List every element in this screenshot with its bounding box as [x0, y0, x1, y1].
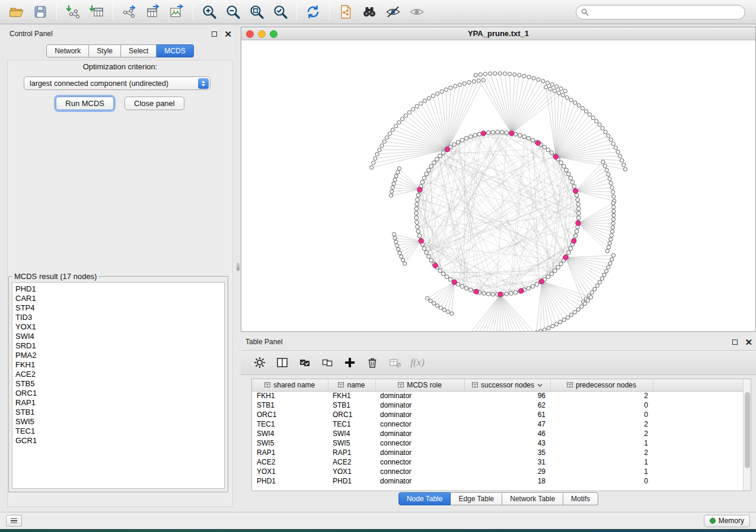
table-cell[interactable]: STB1 [252, 400, 328, 410]
table-cell[interactable]: 47 [464, 419, 550, 429]
table-cell[interactable]: 43 [464, 438, 550, 448]
zoom-out-button[interactable] [221, 2, 245, 22]
table-cell[interactable]: 1 [550, 467, 653, 476]
table-cell[interactable]: YOX1 [328, 467, 375, 476]
tab-network[interactable]: Network [46, 44, 89, 57]
table-cell[interactable] [653, 400, 744, 410]
table-row[interactable]: SWI4SWI4dominator462 [252, 429, 744, 438]
mcds-result-item[interactable]: SWI5 [15, 417, 221, 427]
window-maximize-icon[interactable] [270, 30, 277, 38]
delete-rows-button[interactable] [365, 355, 379, 370]
table-cell[interactable]: ORC1 [252, 410, 328, 419]
zoom-selected-button[interactable] [269, 2, 292, 22]
mcds-result-item[interactable]: GCR1 [15, 436, 221, 446]
table-cell[interactable]: 96 [464, 391, 550, 400]
mcds-result-item[interactable]: STP4 [15, 303, 221, 313]
table-cell[interactable] [653, 419, 744, 429]
splitter-handle-icon[interactable] [237, 262, 240, 271]
mcds-result-item[interactable]: SWI4 [15, 332, 221, 341]
table-cell[interactable]: 2 [550, 391, 653, 400]
table-cell[interactable]: dominator [375, 448, 464, 457]
hide-preview-button[interactable] [405, 2, 429, 22]
table-cell[interactable]: 1 [550, 438, 653, 448]
table-row[interactable]: RAP1RAP1dominator352 [252, 448, 744, 457]
table-cell[interactable] [653, 476, 744, 486]
table-cell[interactable] [653, 391, 744, 400]
panel-menu-button[interactable] [6, 515, 22, 527]
table-cell[interactable]: dominator [375, 410, 464, 419]
zoom-in-button[interactable] [197, 2, 221, 22]
export-network-button[interactable] [117, 2, 141, 22]
table-cell[interactable] [653, 438, 744, 448]
table-cell[interactable]: RAP1 [328, 448, 375, 457]
table-cell[interactable]: PHD1 [252, 476, 328, 486]
mcds-result-item[interactable]: YOX1 [15, 322, 221, 332]
table-cell[interactable]: TEC1 [252, 419, 328, 429]
mcds-result-item[interactable]: SRD1 [15, 341, 221, 351]
mcds-result-item[interactable]: TID3 [15, 313, 221, 322]
table-row[interactable]: STB1STB1dominator620 [252, 400, 744, 410]
table-cell[interactable]: 1 [550, 457, 653, 467]
table-cell[interactable]: 0 [550, 476, 653, 486]
table-cell[interactable]: 31 [464, 457, 550, 467]
tab-motifs[interactable]: Motifs [563, 492, 598, 505]
table-cell[interactable]: 62 [464, 400, 550, 410]
table-cell[interactable]: SWI4 [252, 429, 328, 438]
mcds-result-item[interactable]: STB1 [15, 408, 221, 417]
show-columns-button[interactable] [275, 355, 289, 370]
import-table-button[interactable] [85, 2, 109, 22]
table-cell[interactable]: connector [375, 419, 464, 429]
table-cell[interactable]: SWI4 [328, 429, 375, 438]
table-cell[interactable]: 29 [464, 467, 550, 476]
network-graph[interactable] [241, 40, 755, 331]
table-row[interactable]: FKH1FKH1dominator962 [252, 391, 744, 400]
deselect-all-rows-button[interactable] [320, 355, 334, 370]
tab-style[interactable]: Style [89, 44, 121, 57]
mcds-result-item[interactable]: TEC1 [15, 427, 221, 436]
select-all-rows-button[interactable] [298, 355, 312, 370]
zoom-fit-button[interactable] [245, 2, 269, 22]
float-panel-icon[interactable] [212, 31, 217, 37]
save-session-button[interactable] [28, 2, 52, 22]
table-cell[interactable]: ACE2 [328, 457, 375, 467]
tab-select[interactable]: Select [121, 44, 157, 57]
column-header-predecessor-nodes[interactable]: predecessor nodes [550, 379, 653, 391]
table-cell[interactable]: FKH1 [328, 391, 375, 400]
table-cell[interactable]: connector [375, 438, 464, 448]
table-cell[interactable] [653, 410, 744, 419]
table-cell[interactable]: RAP1 [252, 448, 328, 457]
window-minimize-icon[interactable] [258, 30, 266, 38]
table-cell[interactable]: dominator [375, 391, 464, 400]
mcds-result-item[interactable]: FKH1 [15, 360, 221, 370]
table-row[interactable]: ORC1ORC1dominator610 [252, 410, 744, 419]
network-window-titlebar[interactable]: YPA_prune.txt_1 [241, 27, 755, 40]
table-cell[interactable]: dominator [375, 476, 464, 486]
tab-edge-table[interactable]: Edge Table [451, 492, 502, 505]
close-panel-icon[interactable]: ✕ [745, 338, 752, 347]
table-cell[interactable]: STB1 [328, 400, 375, 410]
table-cell[interactable]: 61 [464, 410, 550, 419]
table-cell[interactable]: SWI5 [328, 438, 375, 448]
column-header-name[interactable]: name [328, 379, 375, 391]
table-row[interactable]: YOX1YOX1connector291 [252, 467, 744, 476]
table-cell[interactable] [653, 429, 744, 438]
tab-mcds[interactable]: MCDS [157, 44, 193, 57]
add-row-button[interactable] [343, 355, 357, 370]
table-cell[interactable]: PHD1 [328, 476, 375, 486]
mcds-result-item[interactable]: PHD1 [15, 284, 221, 294]
close-panel-icon[interactable]: ✕ [224, 30, 232, 39]
mcds-result-list[interactable]: PHD1CAR1STP4TID3YOX1SWI4SRD1PMA2FKH1ACE2… [12, 282, 225, 489]
share-document-button[interactable] [334, 2, 358, 22]
mcds-result-item[interactable]: PMA2 [15, 351, 221, 360]
table-scrollbar[interactable] [743, 379, 751, 491]
table-cell[interactable] [653, 457, 744, 467]
panel-splitter[interactable] [235, 27, 241, 509]
table-cell[interactable]: 46 [464, 429, 550, 438]
table-row[interactable]: SWI5SWI5connector431 [252, 438, 744, 448]
table-cell[interactable] [653, 467, 744, 476]
tab-network-table[interactable]: Network Table [502, 492, 563, 505]
network-search-box[interactable] [576, 5, 745, 20]
search-network-button[interactable] [358, 2, 381, 22]
float-panel-icon[interactable] [732, 339, 738, 345]
table-cell[interactable]: 35 [464, 448, 550, 457]
